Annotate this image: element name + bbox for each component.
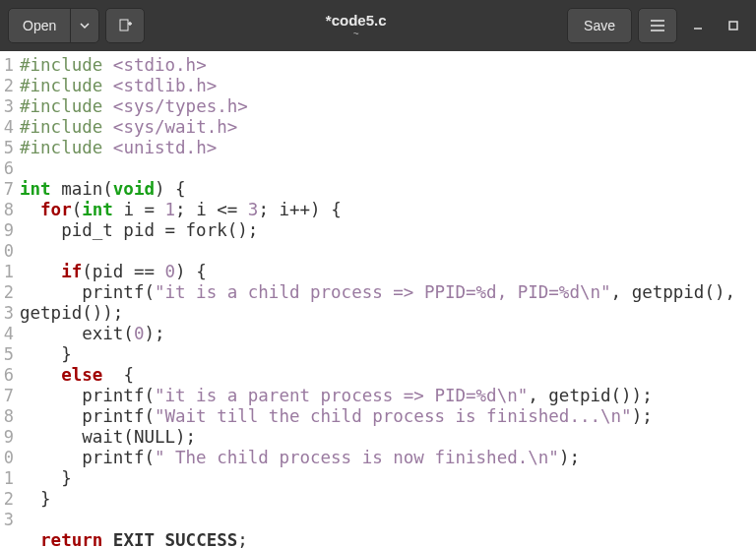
- hamburger-menu-button[interactable]: [638, 8, 677, 43]
- line-number: 4: [0, 324, 14, 344]
- line-number: 5: [0, 138, 14, 158]
- line-number: 7: [0, 386, 14, 406]
- line-number: 1: [0, 468, 14, 489]
- minimize-icon: [691, 19, 705, 32]
- line-number: 8: [0, 200, 14, 220]
- line-number: 6: [0, 158, 14, 179]
- titlebar: Open *code5.c ~ Save: [0, 0, 756, 51]
- line-number: 8: [0, 406, 14, 427]
- line-number: 1: [0, 55, 14, 76]
- document-title: *code5.c: [326, 12, 387, 29]
- line-number: 2: [0, 76, 14, 96]
- new-tab-button[interactable]: [105, 8, 145, 43]
- line-number: 3: [0, 303, 14, 324]
- line-number: 3: [0, 96, 14, 117]
- minimize-button[interactable]: [683, 11, 713, 40]
- editor-area[interactable]: 12345678901234567890123 #include <stdio.…: [0, 51, 756, 548]
- line-number: 6: [0, 365, 14, 386]
- line-number: 4: [0, 117, 14, 138]
- svg-rect-0: [120, 20, 128, 30]
- svg-rect-1: [729, 22, 737, 30]
- title-area: *code5.c ~: [151, 12, 561, 39]
- line-number: 2: [0, 282, 14, 303]
- new-document-icon: [117, 18, 133, 33]
- document-path: ~: [353, 29, 359, 39]
- line-number: 2: [0, 489, 14, 510]
- line-number: 9: [0, 427, 14, 448]
- open-button[interactable]: Open: [8, 8, 71, 43]
- line-number: 3: [0, 510, 14, 530]
- save-button[interactable]: Save: [567, 8, 632, 43]
- line-number-gutter: 12345678901234567890123: [0, 51, 14, 548]
- line-number: 1: [0, 262, 14, 282]
- open-dropdown-button[interactable]: [70, 8, 99, 43]
- chevron-down-icon: [80, 21, 90, 30]
- maximize-button[interactable]: [719, 11, 748, 40]
- code-content[interactable]: #include <stdio.h> #include <stdlib.h> #…: [14, 51, 735, 548]
- line-number: 0: [0, 241, 14, 262]
- line-number: 7: [0, 179, 14, 200]
- line-number: 0: [0, 448, 14, 468]
- line-number: 9: [0, 220, 14, 241]
- hamburger-icon: [650, 19, 665, 32]
- line-number: 5: [0, 344, 14, 365]
- maximize-icon: [726, 19, 740, 32]
